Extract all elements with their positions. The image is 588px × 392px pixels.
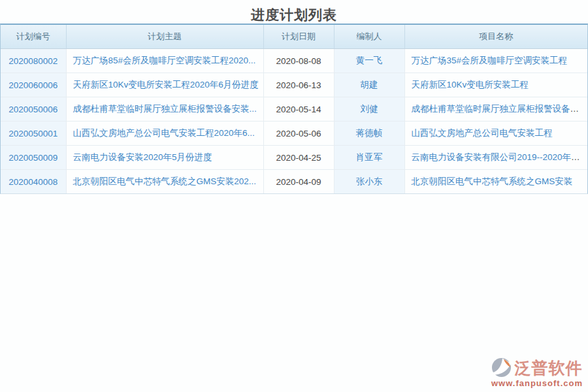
subject-cell: 成都杜甫草堂临时展厅独立展柜报警设备安装... <box>66 97 263 122</box>
brand-url[interactable]: www.fanpusoft.com <box>491 378 583 388</box>
column-header-date: 计划日期 <box>263 25 334 49</box>
subject-link[interactable]: 天府新区10Kv变电所安装工程2020年6月份进度 <box>73 80 259 90</box>
subject-cell: 云南电力设备安装2020年5月份进度 <box>66 146 263 170</box>
project-link[interactable]: 天府新区10Kv变电所安装工程 <box>412 80 529 90</box>
progress-plan-table: 计划编号 计划主题 计划日期 编制人 项目名称 2020080002 万达广场8… <box>0 24 588 194</box>
table-row: 2020050009 云南电力设备安装2020年5月份进度 2020-04-25… <box>1 146 587 170</box>
project-cell: 成都杜甫草堂临时展厅独立展柜报警设备安装... <box>404 97 587 122</box>
subject-link[interactable]: 万达广场85#会所及咖啡厅空调安装工程2020... <box>73 56 256 65</box>
compiler-cell: 黄一飞 <box>334 49 404 73</box>
plan-no-cell: 2020060006 <box>1 73 66 97</box>
column-header-project: 项目名称 <box>404 25 587 49</box>
project-link[interactable]: 万达广场35#会所及咖啡厅空调安装工程 <box>412 56 568 65</box>
subject-cell: 万达广场85#会所及咖啡厅空调安装工程2020... <box>66 49 263 73</box>
project-link[interactable]: 山西弘文房地产总公司电气安装工程 <box>412 128 553 138</box>
compiler-cell: 刘健 <box>334 97 404 122</box>
table-header-row: 计划编号 计划主题 计划日期 编制人 项目名称 <box>1 25 587 49</box>
date-cell: 2020-08-08 <box>263 49 334 73</box>
table-row: 2020060006 天府新区10Kv变电所安装工程2020年6月份进度 202… <box>1 73 587 97</box>
date-cell: 2020-06-13 <box>263 73 334 97</box>
project-cell: 山西弘文房地产总公司电气安装工程 <box>404 122 587 146</box>
plan-no-link[interactable]: 2020060006 <box>8 80 57 90</box>
table-row: 2020040008 北京朝阳区电气中芯特气系统之GMS安装202... 202… <box>1 170 587 194</box>
compiler-link[interactable]: 张小东 <box>356 176 383 186</box>
compiler-cell: 张小东 <box>334 170 404 194</box>
table-row: 2020050001 山西弘文房地产总公司电气安装工程2020年6... 202… <box>1 122 587 146</box>
subject-cell: 天府新区10Kv变电所安装工程2020年6月份进度 <box>66 73 263 97</box>
table-row: 2020080002 万达广场85#会所及咖啡厅空调安装工程2020... 20… <box>1 49 587 73</box>
plan-no-cell: 2020040008 <box>1 170 66 194</box>
compiler-cell: 胡建 <box>334 73 404 97</box>
plan-no-link[interactable]: 2020080002 <box>8 56 57 66</box>
plan-no-link[interactable]: 2020050001 <box>8 129 57 139</box>
date-cell: 2020-04-09 <box>263 170 334 194</box>
project-cell: 云南电力设备安装有限公司2019--2020年度劳... <box>404 146 587 170</box>
date-cell: 2020-05-06 <box>263 122 334 146</box>
project-cell: 北京朝阳区电气中芯特气系统之GMS安装 <box>404 170 587 194</box>
plan-no-link[interactable]: 2020040008 <box>8 177 57 187</box>
fanpu-logo-icon <box>491 357 512 378</box>
column-header-plan-no: 计划编号 <box>1 25 66 49</box>
subject-link[interactable]: 成都杜甫草堂临时展厅独立展柜报警设备安装... <box>73 104 257 114</box>
date-cell: 2020-05-14 <box>263 97 334 122</box>
compiler-cell: 蒋德帧 <box>334 122 404 146</box>
column-header-compiler: 编制人 <box>334 25 404 49</box>
subject-cell: 北京朝阳区电气中芯特气系统之GMS安装202... <box>66 170 263 194</box>
subject-link[interactable]: 云南电力设备安装2020年5月份进度 <box>73 152 212 162</box>
plan-no-cell: 2020050001 <box>1 122 66 146</box>
project-link[interactable]: 成都杜甫草堂临时展厅独立展柜报警设备安装... <box>412 104 588 114</box>
plan-no-link[interactable]: 2020050009 <box>8 153 57 163</box>
project-link[interactable]: 云南电力设备安装有限公司2019--2020年度劳... <box>412 152 588 162</box>
subject-link[interactable]: 山西弘文房地产总公司电气安装工程2020年6... <box>73 128 255 138</box>
project-cell: 天府新区10Kv变电所安装工程 <box>404 73 587 97</box>
brand-name: 泛普软件 <box>514 358 582 378</box>
compiler-link[interactable]: 刘健 <box>361 104 378 114</box>
compiler-link[interactable]: 胡建 <box>361 80 378 90</box>
date-cell: 2020-04-25 <box>263 146 334 170</box>
subject-link[interactable]: 北京朝阳区电气中芯特气系统之GMS安装202... <box>73 176 257 186</box>
project-link[interactable]: 北京朝阳区电气中芯特气系统之GMS安装 <box>412 176 573 186</box>
table-row: 2020050006 成都杜甫草堂临时展厅独立展柜报警设备安装... 2020-… <box>1 97 587 122</box>
page-title: 进度计划列表 <box>0 0 588 24</box>
plan-no-cell: 2020050006 <box>1 97 66 122</box>
plan-no-cell: 2020080002 <box>1 49 66 73</box>
compiler-link[interactable]: 黄一飞 <box>356 56 383 65</box>
compiler-link[interactable]: 肖亚军 <box>356 152 383 162</box>
compiler-cell: 肖亚军 <box>334 146 404 170</box>
plan-no-link[interactable]: 2020050006 <box>8 105 57 114</box>
compiler-link[interactable]: 蒋德帧 <box>356 128 383 138</box>
fanpu-watermark[interactable]: 泛普软件 www.fanpusoft.com <box>491 357 583 388</box>
project-cell: 万达广场35#会所及咖啡厅空调安装工程 <box>404 49 587 73</box>
plan-no-cell: 2020050009 <box>1 146 66 170</box>
subject-cell: 山西弘文房地产总公司电气安装工程2020年6... <box>66 122 263 146</box>
column-header-subject: 计划主题 <box>66 25 263 49</box>
